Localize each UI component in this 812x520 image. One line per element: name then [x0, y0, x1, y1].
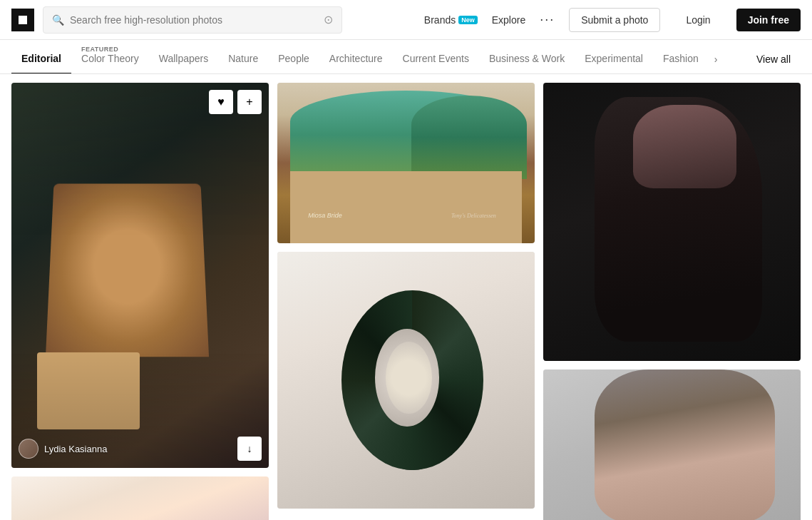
photo-col-3: [543, 83, 801, 520]
cat-current-events[interactable]: Current Events: [393, 44, 479, 74]
cat-view-all[interactable]: View all: [746, 45, 801, 73]
photo-col-2: Miosa Bride Tony's Delicatessen: [277, 83, 535, 509]
search-input[interactable]: [70, 14, 318, 26]
submit-photo-button[interactable]: Submit a photo: [569, 8, 660, 32]
logo[interactable]: [11, 9, 34, 31]
photo-card-film[interactable]: [277, 252, 535, 509]
cat-architecture[interactable]: Architecture: [319, 44, 393, 74]
add-button[interactable]: +: [237, 90, 262, 114]
join-free-button[interactable]: Join free: [736, 9, 801, 31]
overlay-bottom: Lydia Kasianna ↓: [19, 437, 262, 461]
header: 🔍 ⊙ Brands New Explore ··· Submit a phot…: [0, 0, 812, 40]
cat-wallpapers[interactable]: Wallpapers: [149, 44, 219, 74]
more-link[interactable]: ···: [540, 12, 555, 27]
cat-people[interactable]: People: [268, 44, 319, 74]
cat-fashion[interactable]: Fashion: [653, 44, 709, 74]
photo-image-building: Miosa Bride Tony's Delicatessen: [277, 83, 535, 243]
new-badge: New: [458, 16, 478, 24]
cat-more-button[interactable]: ›: [709, 45, 724, 73]
author-avatar: [19, 439, 38, 459]
overlay-top-actions: ♥ +: [209, 90, 262, 114]
cat-editorial[interactable]: Editorial: [11, 44, 71, 74]
cat-nature[interactable]: Nature: [218, 44, 268, 74]
photo-grid: ♥ + Lydia Kasianna ↓: [0, 74, 812, 520]
photo-col-1: ♥ + Lydia Kasianna ↓: [11, 83, 269, 520]
photo-card-woman-dark[interactable]: [543, 83, 801, 361]
lens-icon[interactable]: ⊙: [324, 13, 333, 26]
search-icon: 🔍: [52, 14, 64, 26]
photo-card-coffee[interactable]: ♥ + Lydia Kasianna ↓: [11, 83, 269, 468]
download-button[interactable]: ↓: [237, 437, 262, 461]
logo-mark: [19, 16, 27, 24]
cat-experimental[interactable]: Experimental: [575, 44, 653, 74]
explore-link[interactable]: Explore: [492, 14, 525, 26]
top-nav: Brands New Explore ··· Submit a photo Lo…: [424, 8, 801, 32]
photo-card-building[interactable]: Miosa Bride Tony's Delicatessen: [277, 83, 535, 243]
dots-icon: ···: [540, 12, 555, 27]
like-button[interactable]: ♥: [209, 90, 233, 114]
author-name: Lydia Kasianna: [44, 444, 107, 454]
photo-card-cherry[interactable]: [11, 476, 269, 520]
photo-card-woman-2[interactable]: [543, 369, 801, 520]
cat-color-theory[interactable]: FEATURED Color Theory: [71, 40, 149, 74]
author-info: Lydia Kasianna: [19, 439, 107, 459]
cat-business-work[interactable]: Business & Work: [479, 44, 575, 74]
search-bar[interactable]: 🔍 ⊙: [43, 6, 342, 34]
category-nav: Editorial FEATURED Color Theory Wallpape…: [0, 40, 812, 74]
photo-overlay-coffee: ♥ + Lydia Kasianna ↓: [11, 83, 269, 468]
brands-link[interactable]: Brands New: [424, 14, 478, 26]
login-button[interactable]: Login: [674, 9, 721, 31]
